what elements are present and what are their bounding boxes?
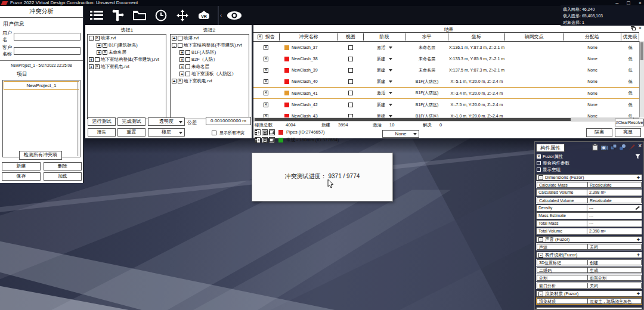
report-checkbox[interactable] — [264, 45, 268, 50]
property-value[interactable]: --- — [587, 212, 642, 219]
tree-item[interactable]: +未命名层 — [171, 63, 249, 70]
property-value[interactable]: --- — [587, 204, 642, 212]
collapse-icon[interactable]: - — [538, 292, 543, 296]
float-panel-icon[interactable] — [631, 26, 636, 30]
folder-icon[interactable] — [131, 8, 148, 23]
tree-checkbox[interactable] — [185, 50, 190, 55]
property-row[interactable]: 窗口分析关闭 — [536, 282, 642, 289]
report-checkbox[interactable] — [264, 68, 268, 73]
property-row[interactable]: 二维码生成 — [536, 266, 642, 274]
report-checkbox[interactable] — [264, 57, 268, 61]
property-row[interactable]: 分割图形分割 — [536, 274, 642, 281]
stage-value[interactable]: 激活 — [377, 45, 385, 51]
tree-checkbox[interactable] — [95, 36, 100, 41]
run-test-button[interactable]: 运行测试 — [88, 117, 116, 126]
client-input[interactable] — [14, 47, 80, 55]
report-checkbox[interactable] — [264, 103, 268, 107]
clash-row[interactable]: NewClash_42新建B1F(人防区)X:-7.5 m, Y:20.0 m,… — [253, 99, 639, 110]
isolate-button[interactable]: 隔离 — [586, 128, 612, 137]
property-checkbox[interactable] — [537, 168, 541, 172]
property-value[interactable]: --- — [587, 220, 642, 227]
clipboard-icon[interactable] — [592, 144, 599, 151]
property-section-header[interactable]: -渲染材质 (Fuzor)+ — [536, 290, 642, 297]
results-horizontal-scrollbar[interactable] — [253, 117, 639, 122]
property-row[interactable]: Mass Estimate--- — [536, 212, 642, 219]
property-row[interactable]: Total Mass--- — [536, 220, 642, 227]
clash-row[interactable]: NewClash_41激活B1F(人防区)X:-3.4 m, Y:20.0 m,… — [253, 87, 639, 99]
transparency-dropdown[interactable]: 透明度 — [148, 117, 185, 126]
view-checkbox[interactable] — [348, 68, 353, 73]
chevron-down-icon[interactable] — [389, 69, 392, 72]
property-value[interactable]: 创建 — [588, 259, 642, 265]
add-icon[interactable]: + — [637, 291, 640, 297]
property-row[interactable]: Calculated Volume2.398 m³ — [536, 189, 642, 196]
clash-row[interactable]: NewClash_38新建未命名层X:133.3 m, Y:85.9 m, Z:… — [253, 53, 639, 64]
add-icon[interactable]: + — [637, 175, 640, 181]
pipes-icon[interactable] — [109, 8, 127, 23]
new-button[interactable]: 新建 — [2, 162, 41, 170]
clash-row[interactable]: NewClash_39新建未命名层X:137.5 m, Y:87.3 m, Z:… — [253, 64, 639, 76]
checkbox-icon[interactable] — [212, 131, 216, 135]
camera-icon[interactable] — [269, 137, 275, 143]
property-section-header[interactable]: -Dimensions (Fuzor)+ — [536, 174, 642, 181]
tree-item[interactable]: +B2F（人防） — [171, 56, 249, 63]
tree-checkbox[interactable] — [178, 43, 182, 48]
tree-expander-icon[interactable]: + — [97, 43, 101, 48]
eye-icon[interactable] — [225, 8, 243, 23]
property-row[interactable]: Calculate MassRecalculate — [536, 181, 642, 188]
chevron-down-icon[interactable] — [389, 104, 392, 106]
show-all-clashes-checkbox[interactable]: 显示所有冲突 — [212, 130, 244, 136]
property-section-header[interactable]: -构件说明(Fuzor)+ — [536, 252, 642, 258]
stage-value[interactable]: 新建 — [377, 67, 385, 73]
tolerance-input[interactable]: 0.0010000000 m — [206, 117, 251, 125]
property-row[interactable]: Density--- — [536, 204, 642, 212]
camera-icon[interactable] — [269, 129, 275, 135]
tree-item[interactable]: -喷淋.rvt — [88, 35, 166, 42]
tree-expander-icon[interactable]: + — [97, 50, 101, 55]
collapse-chevron-icon[interactable]: ‹ — [220, 13, 222, 18]
delete-button[interactable]: 删除 — [44, 162, 82, 170]
stage-value[interactable]: 激活 — [377, 90, 385, 96]
tree-item[interactable]: +B1F(建筑标高) — [88, 42, 166, 49]
load-button[interactable]: 加载 — [44, 172, 82, 181]
property-section-header[interactable]: -声音 (Fuzor)+ — [536, 236, 642, 243]
view-checkbox[interactable] — [348, 45, 353, 50]
close-icon[interactable]: × — [638, 142, 642, 149]
clash-row[interactable]: NewClash_43新建B1F(人防区)X:-1.0 m, Y:20.0 m,… — [253, 110, 639, 117]
menu-list-icon[interactable] — [88, 8, 106, 23]
tree-item[interactable]: +地下室结构整体(不带建筑).rvt — [88, 56, 166, 63]
move-icon[interactable] — [174, 8, 191, 23]
tree-item[interactable]: +地下室机电.rvt — [171, 78, 249, 85]
property-row[interactable]: Calculated VolumeRecalculate — [536, 197, 642, 204]
tree-checkbox[interactable] — [185, 64, 190, 69]
project-list[interactable]: NewProject_1 — [2, 80, 80, 157]
property-row[interactable]: 声源关闭 — [536, 243, 642, 250]
floor-dropdown[interactable]: 楼层 — [148, 128, 185, 137]
tree-checkbox[interactable] — [95, 64, 100, 69]
detect-all-clashes-button[interactable]: 检测所有冲突项 — [19, 151, 62, 160]
report-button[interactable]: 报告 — [88, 128, 116, 137]
collapse-icon[interactable]: - — [538, 175, 543, 180]
finish-test-button[interactable]: 完成测试 — [117, 117, 145, 126]
tree-item[interactable]: +地下室顶板（人防区） — [171, 70, 249, 78]
tree-checkbox[interactable] — [95, 57, 100, 62]
stage-value[interactable]: 新建 — [377, 102, 385, 108]
property-row[interactable]: 3D位置标记创建 — [536, 259, 642, 266]
property-value[interactable]: Recalculate — [588, 197, 642, 203]
chevron-down-icon[interactable] — [389, 58, 392, 60]
vr-icon[interactable]: VR — [195, 8, 213, 23]
view-checkbox[interactable] — [348, 91, 353, 95]
camera-icon[interactable] — [600, 144, 608, 151]
clash-row[interactable]: NewClash_37激活未命名层X:136.1 m, Y:87.3 m, Z:… — [253, 42, 639, 53]
tree-expander-icon[interactable]: - — [89, 36, 94, 41]
property-checkbox[interactable] — [537, 161, 541, 165]
tree-checkbox[interactable] — [185, 57, 190, 62]
close-icon[interactable]: × — [639, 26, 642, 30]
tree-checkbox[interactable] — [185, 72, 190, 76]
focus-icon[interactable] — [255, 137, 261, 143]
tree-expander-icon[interactable]: + — [172, 79, 177, 83]
report-checkbox[interactable] — [264, 79, 268, 84]
tree-checkbox[interactable] — [103, 43, 107, 48]
tree-expander-icon[interactable]: + — [172, 36, 177, 41]
property-row[interactable]: 渲染材质混凝土，现场浇主灰色 — [536, 297, 642, 305]
